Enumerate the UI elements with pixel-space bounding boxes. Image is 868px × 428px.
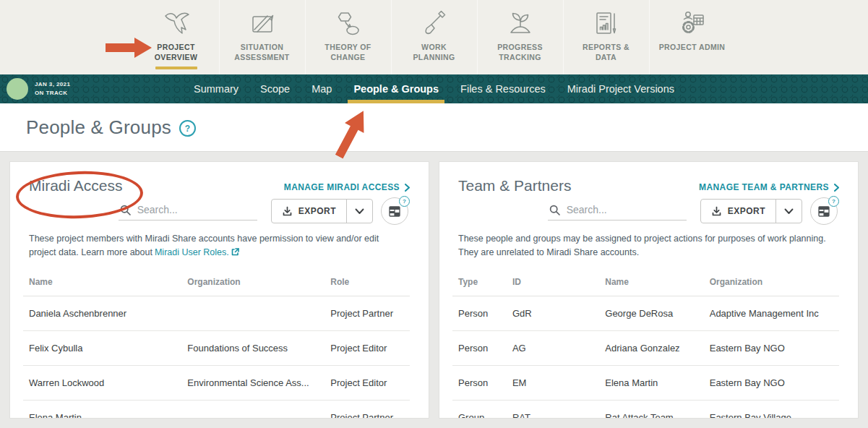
cell-role: Project Editor [325,365,410,400]
chevron-right-icon [834,184,839,192]
chevron-down-icon [355,208,364,215]
chevron-down-icon [784,208,794,215]
table-header-row: Type ID Name Organization [452,268,839,296]
manage-link-label: MANAGE MIRADI ACCESS [284,182,400,192]
gear-admin-icon [678,9,707,38]
nav-item-progress-tracking[interactable]: PROGRESS TRACKING [477,0,563,74]
tab-summary[interactable]: Summary [194,74,239,103]
team-partners-description: These people and groups may be assigned … [439,231,848,265]
external-link-icon [229,247,239,257]
cell-name: Adriana Gonzalez [599,330,703,365]
tab-files-resources[interactable]: Files & Resources [460,74,546,103]
subnav-tabs: Summary Scope Map People & Groups Files … [194,74,674,103]
cell-name: Daniela Aschenbrenner [23,296,181,330]
table-grid-icon [388,205,401,218]
column-header-organization: Organization [181,268,325,296]
table-row[interactable]: Felix Cybulla Foundations of Success Pro… [23,330,410,365]
cell-role: Project Partner [325,296,410,330]
nav-label: PROJECT ADMIN [659,42,726,52]
panel-title-miradi-access: Miradi Access [29,177,123,194]
table-row[interactable]: Warren Lockwood Environmental Science As… [23,365,410,400]
nav-item-reports-data[interactable]: REPORTS & DATA [563,0,649,74]
cell-type: Person [452,365,507,400]
cell-name: Felix Cybulla [23,330,181,365]
table-header-row: Name Organization Role [23,268,410,296]
team-partners-export: EXPORT [700,199,802,223]
table-row[interactable]: Person AG Adriana Gonzalez Eastern Bay N… [452,330,839,365]
cell-name: George DeRosa [599,296,703,330]
cell-organization [181,400,325,419]
table-row[interactable]: Daniela Aschenbrenner Project Partner [23,296,410,330]
column-header-type: Type [452,268,507,296]
nav-item-theory-of-change[interactable]: THEORY OF CHANGE [305,0,391,74]
table-settings-button[interactable]: ? [810,197,838,225]
table-row[interactable]: Elena Martin Project Partner [23,400,410,419]
table-row[interactable]: Person GdR George DeRosa Adaptive Manage… [452,296,839,330]
team-partners-table: Type ID Name Organization Person GdR Geo… [452,268,839,419]
nav-item-situation-assessment[interactable]: SITUATION ASSESSMENT [219,0,305,74]
export-dropdown-toggle[interactable] [347,200,372,223]
cell-id: AG [507,330,599,365]
search-icon [549,205,560,215]
table-row[interactable]: Person EM Elena Martin Eastern Bay NGO [452,365,839,400]
cell-name: Warren Lockwood [23,365,181,400]
clipboard-pencil-icon [248,9,277,38]
export-label: EXPORT [728,206,765,216]
page-title: People & Groups [26,116,171,139]
cell-organization: Environmental Science Ass... [181,365,325,400]
cell-role: Project Editor [325,330,410,365]
manage-miradi-access-link[interactable]: MANAGE MIRADI ACCESS [284,182,410,192]
help-icon[interactable]: ? [179,120,196,137]
column-header-name: Name [599,268,703,296]
nav-item-project-admin[interactable]: PROJECT ADMIN [649,0,735,74]
secondary-nav: JAN 3, 2021 ON TRACK Summary Scope Map P… [0,74,868,103]
tab-map[interactable]: Map [311,74,332,103]
miradi-user-roles-link[interactable]: Miradi User Roles. [155,247,229,257]
panel-miradi-access: Miradi Access MANAGE MIRADI ACCESS [9,161,429,419]
primary-nav: PROJECT OVERVIEW SITUATION ASSESSMENT TH… [0,0,868,74]
nav-label: PROGRESS TRACKING [487,42,554,62]
search-input[interactable] [565,203,685,216]
cell-id: GdR [507,296,599,330]
manage-team-partners-link[interactable]: MANAGE TEAM & PARTNERS [699,182,839,192]
cell-organization: Foundations of Success [181,330,325,365]
cell-organization [181,296,325,330]
nav-item-project-overview[interactable]: PROJECT OVERVIEW [134,0,219,74]
project-status-badge: JAN 3, 2021 ON TRACK [7,74,70,103]
cell-organization: Eastern Bay NGO [704,365,839,400]
table-row[interactable]: Group RAT Rat Attack Team Eastern Bay Vi… [452,400,839,419]
column-header-name: Name [23,268,181,296]
page-title-bar: People & Groups ? [0,103,868,152]
tab-miradi-project-versions[interactable]: Miradi Project Versions [567,74,674,103]
chevron-right-icon [405,184,410,192]
miradi-access-table: Name Organization Role Daniela Aschenbre… [23,268,410,419]
tab-people-groups[interactable]: People & Groups [353,74,439,103]
status-circle-icon [7,78,28,100]
cell-type: Person [452,330,507,365]
help-badge-icon: ? [399,196,410,207]
column-header-organization: Organization [704,268,839,296]
column-header-role: Role [325,268,410,296]
status-label: ON TRACK [35,89,70,98]
export-button[interactable]: EXPORT [701,200,775,223]
cell-id: EM [507,365,599,400]
table-grid-icon [817,205,830,218]
nav-label: REPORTS & DATA [573,42,640,62]
export-label: EXPORT [298,206,336,216]
nav-label: WORK PLANNING [401,42,468,62]
export-button[interactable]: EXPORT [272,200,346,223]
content-area: Miradi Access MANAGE MIRADI ACCESS [0,152,868,428]
nav-label: SITUATION ASSESSMENT [229,42,296,62]
tab-scope[interactable]: Scope [260,74,290,103]
column-header-id: ID [507,268,599,296]
export-dropdown-toggle[interactable] [776,200,802,223]
panel-title-team-partners: Team & Partners [458,177,571,194]
cell-id: RAT [507,400,599,419]
cell-type: Person [452,296,507,330]
download-icon [711,206,722,217]
search-input[interactable] [136,203,256,216]
nav-item-work-planning[interactable]: WORK PLANNING [391,0,477,74]
help-badge-icon: ? [828,196,839,207]
table-settings-button[interactable]: ? [381,197,408,225]
team-partners-search [548,202,687,221]
